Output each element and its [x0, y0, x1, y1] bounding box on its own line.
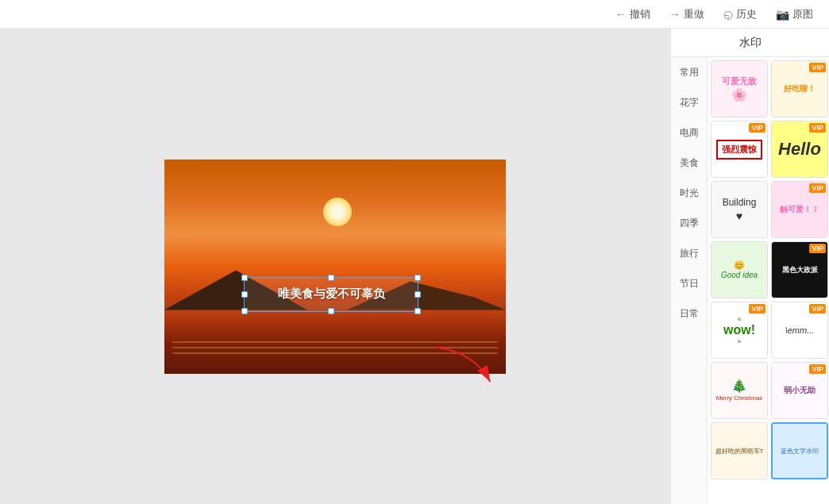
category-ecommerce[interactable]: 电商 [671, 117, 707, 148]
panel-content: 常用 花字 电商 美食 时光 四季 旅行 节日 日常 可爱无敌 🌸 [671, 57, 829, 504]
handle-top-left[interactable] [241, 275, 248, 281]
category-travel[interactable]: 旅行 [671, 238, 707, 268]
watermark-yummy[interactable]: VIP 好吃聊！ [771, 60, 828, 117]
category-season[interactable]: 四季 [671, 208, 707, 238]
vip-badge: VIP [809, 183, 826, 193]
main-content: 唯美食与爱不可辜负 水印 常用 花字 电商 [0, 29, 829, 504]
watermark-car[interactable]: 超好吃的黑暗车T [711, 422, 768, 479]
selected-text: 唯美食与爱不可辜负 [278, 287, 385, 302]
water-decoration [164, 310, 506, 374]
watermark-hmm[interactable]: VIP \emm... [771, 302, 828, 359]
vip-badge: VIP [809, 63, 826, 72]
watermark-wow[interactable]: VIP « wow! » [711, 302, 768, 359]
right-panel: 水印 常用 花字 电商 美食 时光 四季 旅行 节日 日常 可爱无敌 [670, 29, 829, 504]
vip-badge: VIP [809, 244, 826, 253]
handle-bottom-middle[interactable] [328, 308, 334, 314]
history-button[interactable]: ◵ 历史 [723, 7, 757, 21]
panel-title: 水印 [671, 29, 829, 57]
watermark-black-trend[interactable]: VIP 黑色大政派 [771, 241, 828, 298]
handle-top-right[interactable] [414, 275, 421, 281]
image-icon: 📷 [776, 8, 789, 21]
redo-icon: → [669, 8, 681, 21]
original-button[interactable]: 📷 原图 [776, 7, 813, 21]
category-time[interactable]: 时光 [671, 178, 707, 208]
vip-badge: VIP [809, 364, 826, 374]
text-selection-box[interactable]: 唯美食与爱不可辜负 [244, 277, 418, 312]
watermark-weak[interactable]: VIP 弱小无助 [771, 362, 828, 419]
undo-label: 撤销 [630, 7, 650, 21]
category-sidebar: 常用 花字 电商 美食 时光 四季 旅行 节日 日常 [671, 57, 708, 504]
redo-label: 重做 [684, 7, 704, 21]
category-food[interactable]: 美食 [671, 148, 707, 178]
watermark-good-idea[interactable]: 😊 Good idea [711, 241, 768, 298]
handle-top-middle[interactable] [328, 275, 334, 281]
watermark-grid: 可爱无敌 🌸 VIP 好吃聊！ VIP 强烈震惊 [708, 57, 829, 504]
water-line [172, 347, 498, 348]
vip-badge: VIP [749, 123, 765, 133]
water-lines [172, 337, 498, 358]
handle-middle-right[interactable] [414, 291, 421, 298]
undo-button[interactable]: ← 撤销 [615, 7, 650, 21]
watermark-cute[interactable]: 可爱无敌 🌸 [711, 60, 768, 117]
toolbar: ← 撤销 → 重做 ◵ 历史 📷 原图 [0, 0, 829, 29]
handle-bottom-left[interactable] [241, 308, 248, 314]
watermark-hello[interactable]: VIP Hello [771, 121, 828, 178]
vip-badge: VIP [809, 304, 826, 314]
vip-badge: VIP [809, 123, 826, 133]
canvas-area: 唯美食与爱不可辜负 [0, 29, 670, 504]
handle-bottom-right[interactable] [414, 308, 421, 314]
water-line [172, 352, 498, 354]
sun-decoration [323, 198, 352, 226]
category-festival[interactable]: 节日 [671, 268, 707, 298]
canvas-wrapper: 唯美食与爱不可辜负 [164, 160, 506, 374]
watermark-christmas[interactable]: 🎄 Merry Christmas [711, 362, 768, 419]
vip-badge: VIP [749, 304, 765, 314]
handle-middle-left[interactable] [241, 291, 248, 298]
history-icon: ◵ [723, 8, 733, 21]
watermark-blue-selected[interactable]: 蓝色文字水印 [771, 422, 828, 479]
category-daily[interactable]: 日常 [671, 298, 707, 329]
canvas-image: 唯美食与爱不可辜负 [164, 160, 506, 374]
history-label: 历史 [736, 7, 757, 21]
watermark-building[interactable]: Building ♥ [711, 181, 768, 238]
category-common[interactable]: 常用 [671, 57, 707, 87]
watermark-pink-cute[interactable]: VIP 触可爱！！ [771, 181, 828, 238]
redo-button[interactable]: → 重做 [669, 7, 704, 21]
category-flower[interactable]: 花字 [671, 87, 707, 117]
water-line [172, 341, 498, 343]
watermark-strong[interactable]: VIP 强烈震惊 [711, 121, 768, 178]
undo-icon: ← [615, 8, 627, 21]
original-label: 原图 [792, 7, 813, 21]
